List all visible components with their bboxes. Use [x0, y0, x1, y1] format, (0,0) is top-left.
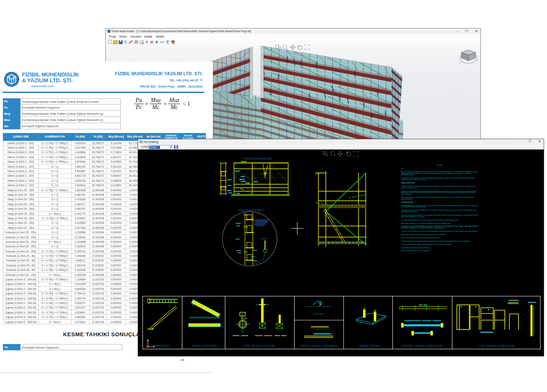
svg-text:İSKELE ELEMAN İSİNLERİ: İSKELE ELEMAN İSİNLERİ [244, 157, 272, 160]
svg-text:DÜŞEY BAĞLANTI DETAYI: DÜŞEY BAĞLANTI DETAYI [239, 209, 264, 211]
svg-text:TİPİK İSKELE AYAKLARI: TİPİK İSKELE AYAKLARI [243, 344, 275, 347]
svg-text:H TİPİ İSKELE ELEMANLARI: H TİPİ İSKELE ELEMANLARI [478, 344, 515, 347]
svg-text:MERDİVEN: MERDİVEN [155, 344, 169, 347]
svg-text:FLANŞLI İSKELE ELEMANLARI: FLANŞLI İSKELE ELEMANLARI [402, 344, 443, 347]
svg-text:ANKRAJ: ANKRAJ [314, 313, 325, 315]
svg-text:TABAN LEVHASI: TABAN LEVHASI [359, 344, 381, 347]
svg-text:METAL PLATFORM: METAL PLATFORM [192, 344, 217, 347]
svg-text:S: S [459, 61, 461, 64]
svg-text:N: N [476, 59, 478, 62]
svg-text:TOPUK LEVHASI (TEKMELİK): TOPUK LEVHASI (TEKMELİK) [300, 344, 339, 347]
